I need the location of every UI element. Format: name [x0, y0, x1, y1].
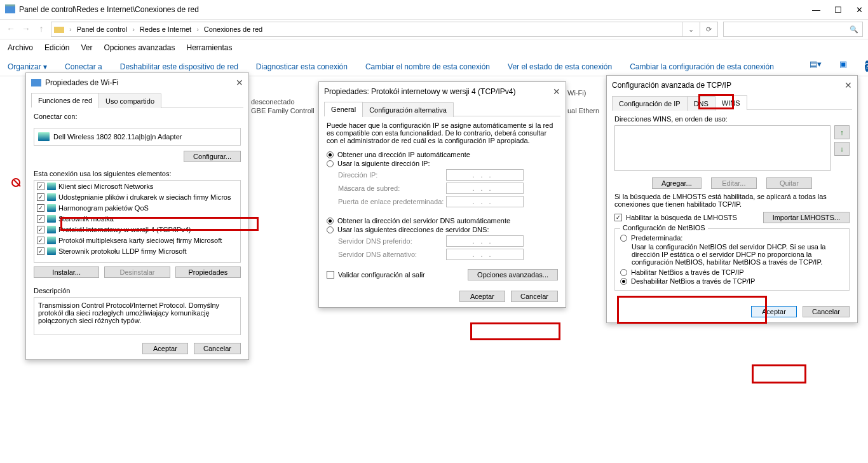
cancel-button[interactable]: Cancelar [194, 343, 241, 354]
up-button[interactable]: ↑ [36, 24, 47, 35]
checkbox-icon[interactable]: ✓ [37, 237, 44, 244]
move-down-button[interactable]: ↓ [834, 142, 850, 156]
uses-following-label: Esta conexión usa los siguientes element… [34, 170, 241, 177]
radio-auto-dns[interactable]: Obtener la dirección del servidor DNS au… [327, 217, 558, 225]
netbios-legend: Configuración de NetBIOS [620, 224, 708, 232]
search-box[interactable]: 🔍 [723, 22, 863, 37]
tab-dns[interactable]: DNS [687, 96, 715, 111]
wins-listbox[interactable] [614, 125, 831, 171]
protocol-icon [47, 237, 56, 244]
view-icon[interactable]: ▤▾ [810, 59, 822, 72]
remove-button: Quitar [766, 177, 812, 189]
list-item: ✓Sterownik mostka [34, 213, 240, 224]
ok-button[interactable]: Aceptar [142, 343, 188, 354]
maximize-button[interactable]: ☐ [834, 5, 842, 15]
properties-button[interactable]: Propiedades [175, 266, 241, 278]
checkbox-icon[interactable]: ✓ [37, 183, 44, 190]
refresh-button[interactable]: ⟳ [700, 22, 718, 37]
menu-file[interactable]: Archivo [8, 43, 33, 52]
checkbox-icon[interactable]: ✓ [37, 226, 44, 233]
ok-button[interactable]: Aceptar [459, 291, 505, 302]
list-item: ✓Klient sieci Microsoft Networks [34, 181, 240, 191]
validate-checkbox[interactable] [327, 271, 334, 279]
bg-gbe-label: GBE Family Controll [251, 107, 315, 114]
description-label: Descripción [34, 287, 241, 294]
radio-netbios-enable[interactable]: Habilitar NetBios a través de TCP/IP [620, 268, 844, 276]
ip-field: ... [446, 169, 524, 181]
forward-button[interactable]: → [20, 24, 32, 35]
close-icon[interactable]: ✕ [553, 86, 560, 97]
cmd-change-settings[interactable]: Cambiar la configuración de esta conexió… [630, 62, 774, 76]
connect-with-label: Conectar con: [34, 113, 241, 120]
radio-netbios-default[interactable]: Predeterminada: [620, 234, 844, 242]
disabled-overlay-icon [11, 178, 20, 187]
search-icon: 🔍 [850, 25, 858, 34]
tab-wins[interactable]: WINS [715, 95, 747, 110]
nav-row: ← → ↑ › Panel de control › Redes e Inter… [0, 19, 868, 39]
gateway-field: ... [446, 196, 524, 207]
cmd-diagnose[interactable]: Diagnosticar esta conexión [256, 62, 348, 76]
enable-lmhosts-checkbox[interactable]: ✓ [614, 214, 622, 221]
adapter-name: Dell Wireless 1802 802.11a|b|g|n Adapter [53, 133, 182, 141]
checkbox-icon[interactable]: ✓ [37, 193, 44, 201]
protocol-icon [47, 204, 56, 212]
control-panel-icon [5, 4, 15, 15]
dns1-label: Servidor DNS preferido: [338, 237, 446, 245]
protocol-icon [47, 193, 56, 201]
addr-dropdown[interactable]: ⌄ [682, 22, 700, 37]
protocol-list[interactable]: ✓Klient sieci Microsoft Networks ✓Udostę… [34, 180, 241, 263]
tab-sharing[interactable]: Uso compartido [98, 93, 161, 108]
close-icon[interactable]: ✕ [844, 80, 852, 90]
bg-ether-label: ual Ethern [567, 107, 599, 114]
radio-icon [327, 218, 334, 225]
import-lmhosts-button[interactable]: Importar LMHOSTS... [763, 212, 850, 223]
cancel-button[interactable]: Cancelar [803, 306, 850, 317]
move-up-button[interactable]: ↑ [834, 125, 850, 139]
back-button[interactable]: ← [5, 24, 17, 35]
checkbox-icon[interactable]: ✓ [37, 215, 44, 223]
dialog-title: Propiedades de Wi-Fi [45, 78, 118, 87]
menu-edit[interactable]: Edición [44, 43, 69, 52]
menu-advanced[interactable]: Opciones avanzadas [104, 43, 175, 52]
checkbox-icon[interactable]: ✓ [37, 247, 44, 255]
radio-auto-ip[interactable]: Obtener una dirección IP automáticamente [327, 151, 558, 158]
configure-button[interactable]: Configurar... [184, 151, 241, 162]
add-button[interactable]: Agregar... [652, 177, 702, 189]
svg-rect-0 [5, 6, 15, 13]
uninstall-button: Desinstalar [104, 266, 170, 278]
cmd-status[interactable]: Ver el estado de esta conexión [508, 62, 612, 76]
tab-alt-config[interactable]: Configuración alternativa [362, 102, 454, 117]
radio-netbios-disable[interactable]: Deshabilitar NetBios a través de TCP/IP [620, 277, 844, 285]
address-bar[interactable]: › Panel de control › Redes e Internet › … [51, 22, 682, 37]
wins-order-label: Direcciones WINS, en orden de uso: [614, 115, 850, 123]
ip-label: Dirección IP: [338, 171, 446, 179]
radio-use-dns[interactable]: Usar las siguientes direcciones de servi… [327, 226, 558, 233]
help-icon[interactable]: ? [865, 60, 868, 72]
preview-pane-icon[interactable]: ▣ [839, 59, 847, 72]
install-button[interactable]: Instalar... [34, 266, 99, 278]
close-button[interactable]: ✕ [856, 5, 863, 15]
cmd-rename[interactable]: Cambiar el nombre de esta conexión [365, 62, 490, 76]
radio-use-ip[interactable]: Usar la siguiente dirección IP: [327, 160, 558, 167]
edit-button: Editar... [711, 177, 757, 189]
validate-label: Validar configuración al salir [338, 271, 425, 279]
dns2-label: Servidor DNS alternativo: [338, 251, 446, 258]
menu-view[interactable]: Ver [81, 43, 92, 52]
bg-disconnected-label: desconectado [251, 98, 295, 106]
close-icon[interactable]: ✕ [236, 78, 243, 88]
intro-text: Puede hacer que la configuración IP se a… [327, 121, 558, 144]
tab-ip-settings[interactable]: Configuración de IP [612, 96, 688, 111]
menu-tools[interactable]: Herramientas [186, 43, 232, 52]
lmhosts-note: Si la búsqueda de LMHOSTS está habilitad… [614, 193, 850, 208]
checkbox-icon[interactable]: ✓ [37, 204, 44, 212]
radio-icon [327, 151, 334, 158]
list-item-ipv4: ✓Protokół internetowy w wersji 4 (TCP/IP… [34, 224, 240, 235]
tab-network-functions[interactable]: Funciones de red [31, 93, 99, 107]
minimize-button[interactable]: — [812, 5, 820, 15]
network-icon [31, 78, 41, 88]
menubar: Archivo Edición Ver Opciones avanzadas H… [0, 39, 868, 56]
tab-general[interactable]: General [324, 102, 363, 116]
cancel-button[interactable]: Cancelar [511, 291, 558, 302]
ok-button[interactable]: Aceptar [751, 306, 797, 317]
advanced-button[interactable]: Opciones avanzadas... [468, 269, 558, 280]
